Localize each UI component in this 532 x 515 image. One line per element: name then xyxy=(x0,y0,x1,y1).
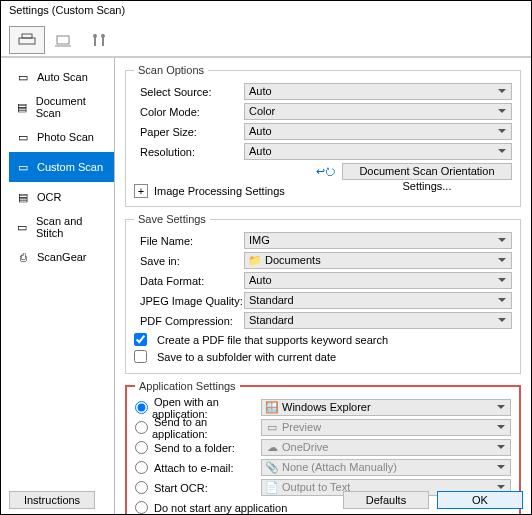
save-in-dropdown[interactable]: 📁Documents xyxy=(244,252,512,269)
attach-email-dropdown[interactable]: 📎None (Attach Manually) xyxy=(261,459,511,476)
instructions-button[interactable]: Instructions xyxy=(9,491,95,509)
sidebar-item-scan-stitch[interactable]: ▭Scan and Stitch xyxy=(9,212,114,242)
color-mode-label: Color Mode: xyxy=(134,106,244,118)
orientation-icon: ↩⭮ xyxy=(316,165,336,178)
attach-email-label: Attach to e-mail: xyxy=(152,462,233,474)
footer: Instructions Defaults OK xyxy=(1,489,531,511)
send-folder-label: Send to a folder: xyxy=(152,442,235,454)
color-mode-dropdown[interactable]: Color xyxy=(244,103,512,120)
send-app-radio[interactable] xyxy=(135,421,148,434)
sidebar: ▭Auto Scan ▤Document Scan ▭Photo Scan ▭C… xyxy=(1,58,115,515)
orientation-settings-button[interactable]: Document Scan Orientation Settings... xyxy=(342,163,512,180)
file-name-field[interactable]: IMG xyxy=(244,232,512,249)
pdf-compression-dropdown[interactable]: Standard xyxy=(244,312,512,329)
attach-email-radio[interactable] xyxy=(135,461,148,474)
document-scan-icon: ▤ xyxy=(15,100,30,114)
scan-options-legend: Scan Options xyxy=(134,64,208,76)
preview-icon: ▭ xyxy=(266,420,278,435)
save-settings-group: Save Settings File Name:IMG Save in:📁Doc… xyxy=(125,213,521,374)
sidebar-item-label: Photo Scan xyxy=(37,131,94,143)
subfolder-checkbox[interactable] xyxy=(134,350,147,363)
photo-scan-icon: ▭ xyxy=(15,130,31,144)
sidebar-item-label: Custom Scan xyxy=(37,161,103,173)
sidebar-item-scangear[interactable]: ⎙ScanGear xyxy=(9,242,114,272)
auto-scan-icon: ▭ xyxy=(15,70,31,84)
resolution-dropdown[interactable]: Auto xyxy=(244,143,512,160)
sidebar-item-photo-scan[interactable]: ▭Photo Scan xyxy=(9,122,114,152)
file-name-label: File Name: xyxy=(134,235,244,247)
open-with-radio[interactable] xyxy=(135,401,148,414)
scan-options-group: Scan Options Select Source:Auto Color Mo… xyxy=(125,64,521,207)
send-app-label: Send to an application: xyxy=(152,416,261,440)
svg-rect-1 xyxy=(22,34,32,38)
ok-button[interactable]: OK xyxy=(437,491,523,509)
sidebar-item-ocr[interactable]: ▤OCR xyxy=(9,182,114,212)
defaults-button[interactable]: Defaults xyxy=(343,491,429,509)
send-folder-dropdown[interactable]: ☁OneDrive xyxy=(261,439,511,456)
jpeg-quality-dropdown[interactable]: Standard xyxy=(244,292,512,309)
application-settings-legend: Application Settings xyxy=(135,380,240,392)
pdf-compression-label: PDF Compression: xyxy=(134,315,244,327)
main-panel: Scan Options Select Source:Auto Color Mo… xyxy=(115,58,531,515)
svg-point-7 xyxy=(101,34,105,38)
open-with-dropdown[interactable]: 🪟Windows Explorer xyxy=(261,399,511,416)
subfolder-label: Save to a subfolder with current date xyxy=(151,351,336,363)
select-source-dropdown[interactable]: Auto xyxy=(244,83,512,100)
data-format-dropdown[interactable]: Auto xyxy=(244,272,512,289)
sidebar-item-label: OCR xyxy=(37,191,61,203)
resolution-label: Resolution: xyxy=(134,146,244,158)
svg-rect-0 xyxy=(19,38,35,44)
svg-point-6 xyxy=(93,34,97,38)
pdf-keyword-label: Create a PDF file that supports keyword … xyxy=(151,334,388,346)
send-folder-radio[interactable] xyxy=(135,441,148,454)
sidebar-item-custom-scan[interactable]: ▭Custom Scan xyxy=(9,152,114,182)
tab-scanner-icon[interactable] xyxy=(9,26,45,54)
top-tab-bar xyxy=(1,23,531,57)
expand-image-processing-button[interactable]: + xyxy=(134,184,148,198)
sidebar-item-label: Document Scan xyxy=(36,95,108,119)
jpeg-quality-label: JPEG Image Quality: xyxy=(134,295,244,307)
sidebar-item-label: Scan and Stitch xyxy=(36,215,108,239)
paper-size-label: Paper Size: xyxy=(134,126,244,138)
svg-rect-2 xyxy=(57,36,69,44)
attach-icon: 📎 xyxy=(266,460,278,475)
tab-tools-icon[interactable] xyxy=(81,26,117,54)
folder-icon: 📁 xyxy=(249,253,261,268)
scan-stitch-icon: ▭ xyxy=(15,220,30,234)
image-processing-label: Image Processing Settings xyxy=(154,185,285,197)
onedrive-icon: ☁ xyxy=(266,440,278,455)
sidebar-item-auto-scan[interactable]: ▭Auto Scan xyxy=(9,62,114,92)
pdf-keyword-checkbox[interactable] xyxy=(134,333,147,346)
sidebar-item-document-scan[interactable]: ▤Document Scan xyxy=(9,92,114,122)
select-source-label: Select Source: xyxy=(134,86,244,98)
paper-size-dropdown[interactable]: Auto xyxy=(244,123,512,140)
ocr-icon: ▤ xyxy=(15,190,31,204)
save-in-label: Save in: xyxy=(134,255,244,267)
sidebar-item-label: ScanGear xyxy=(37,251,87,263)
explorer-icon: 🪟 xyxy=(266,400,278,415)
send-app-dropdown[interactable]: ▭Preview xyxy=(261,419,511,436)
save-settings-legend: Save Settings xyxy=(134,213,210,225)
custom-scan-icon: ▭ xyxy=(15,160,31,174)
window-title: Settings (Custom Scan) xyxy=(1,1,531,23)
scangear-icon: ⎙ xyxy=(15,250,31,264)
sidebar-item-label: Auto Scan xyxy=(37,71,88,83)
tab-network-icon[interactable] xyxy=(45,26,81,54)
data-format-label: Data Format: xyxy=(134,275,244,287)
